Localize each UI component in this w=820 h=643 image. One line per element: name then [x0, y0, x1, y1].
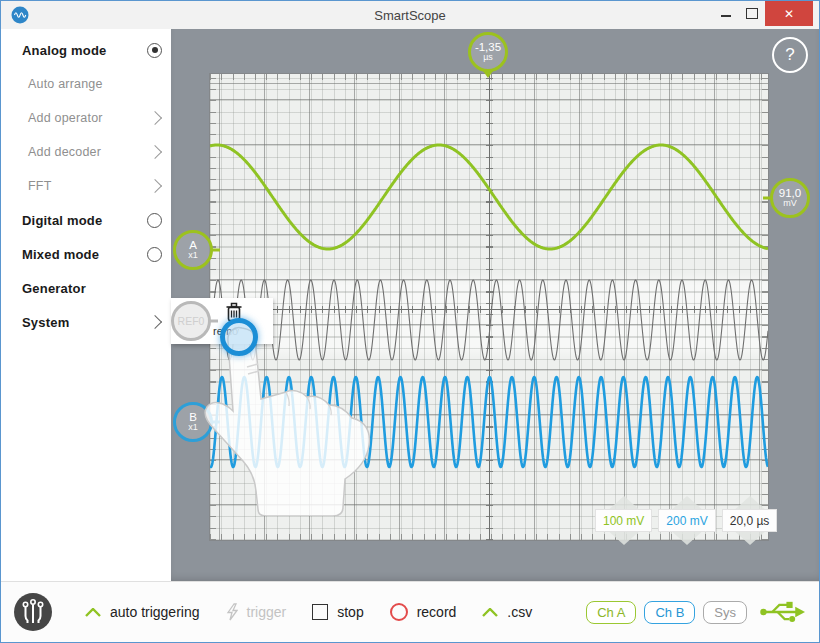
sidebar-item-system[interactable]: System	[1, 305, 171, 339]
window-title: SmartScope	[1, 8, 819, 23]
time-scale-value[interactable]: 20,0 µs	[722, 509, 778, 532]
stop-label: stop	[337, 604, 363, 620]
sidebar-item-label: Analog mode	[22, 43, 107, 58]
sidebar-item-analog-mode[interactable]: Analog mode	[1, 33, 171, 67]
sidebar-item-label: Mixed mode	[22, 247, 99, 262]
channel-b-scale-value[interactable]: 200 mV	[658, 509, 715, 532]
channel-a-scale-value[interactable]: 100 mV	[595, 509, 652, 532]
sidebar-item-label: Digital mode	[22, 213, 102, 228]
trigger-button[interactable]: trigger	[226, 603, 287, 621]
touch-indicator	[220, 318, 258, 356]
caret-up-icon	[482, 608, 498, 617]
chevron-right-icon	[148, 145, 162, 159]
sidebar-item-label: FFT	[28, 179, 52, 193]
sidebar-item-fft[interactable]: FFT	[1, 169, 171, 203]
trigger-time-unit: µs	[483, 53, 493, 62]
radio-unselected-icon[interactable]	[147, 247, 162, 262]
channel-b-button[interactable]: Ch B	[644, 601, 695, 624]
scope-grid[interactable]	[209, 73, 769, 541]
channel-b-indicator[interactable]: B x1	[173, 402, 213, 442]
sidebar-item-label: Generator	[22, 281, 86, 296]
caret-up-icon	[85, 608, 101, 617]
channel-a-button[interactable]: Ch A	[586, 601, 636, 624]
waveform-channel-a	[210, 145, 768, 249]
channel-b-gain: x1	[188, 423, 198, 432]
mode-menu: Analog mode Auto arrange Add operator Ad…	[1, 29, 171, 339]
sidebar-item-label: System	[22, 315, 69, 330]
auto-triggering-button[interactable]: auto triggering	[85, 604, 200, 620]
chevron-right-icon	[148, 111, 162, 125]
scale-badges: 100 mV 200 mV 20,0 µs	[595, 496, 777, 545]
waveform-channel-b	[210, 377, 768, 467]
lightning-icon	[226, 603, 238, 621]
channel-a-gain: x1	[188, 251, 198, 260]
window-controls: ✕	[713, 1, 813, 26]
maximize-button[interactable]	[739, 1, 765, 25]
record-button[interactable]: record	[390, 603, 457, 621]
scope-display-area: -1,35 µs 91,0 mV A x1 B x1 ?	[171, 29, 819, 582]
csv-label: .csv	[507, 604, 532, 620]
smartscope-window: SmartScope ✕ Analog mode Auto arrange Ad…	[0, 0, 820, 643]
sidebar-item-generator[interactable]: Generator	[1, 271, 171, 305]
time-scale-control[interactable]: 20,0 µs	[722, 496, 778, 545]
chevron-right-icon	[148, 179, 162, 193]
title-bar: SmartScope ✕	[1, 1, 819, 29]
sys-button[interactable]: Sys	[703, 601, 747, 624]
radio-unselected-icon[interactable]	[147, 213, 162, 228]
record-label: record	[417, 604, 457, 620]
usb-connected-icon	[759, 598, 805, 626]
sidebar-item-digital-mode[interactable]: Digital mode	[1, 203, 171, 237]
sidebar-item-add-decoder[interactable]: Add decoder	[1, 135, 171, 169]
help-button[interactable]: ?	[772, 37, 808, 73]
trigger-level-marker[interactable]: 91,0 mV	[770, 178, 810, 218]
sidebar-item-label: Auto arrange	[28, 77, 103, 91]
trigger-label: trigger	[247, 604, 287, 620]
sidebar-item-mixed-mode[interactable]: Mixed mode	[1, 237, 171, 271]
sidebar-item-auto-arrange[interactable]: Auto arrange	[1, 67, 171, 101]
channel-b-scale-control[interactable]: 200 mV	[658, 496, 715, 545]
sidebar-item-label: Add decoder	[28, 145, 101, 159]
channel-a-indicator[interactable]: A x1	[173, 230, 213, 270]
chevron-right-icon	[148, 315, 162, 329]
sidebar: Analog mode Auto arrange Add operator Ad…	[1, 29, 171, 582]
csv-export-button[interactable]: .csv	[482, 604, 532, 620]
reference-label: REF0	[178, 316, 205, 327]
waveform-reference	[210, 280, 768, 360]
stop-button[interactable]: stop	[312, 604, 363, 620]
auto-triggering-label: auto triggering	[110, 604, 200, 620]
channel-a-scale-control[interactable]: 100 mV	[595, 496, 652, 545]
stop-icon	[312, 604, 328, 620]
minimize-button[interactable]	[713, 1, 739, 25]
bottom-toolbar: auto triggering trigger stop record .csv…	[1, 581, 819, 642]
sidebar-item-label: Add operator	[28, 111, 103, 125]
waveform-canvas	[210, 74, 768, 540]
sidebar-item-add-operator[interactable]: Add operator	[1, 101, 171, 135]
trigger-level-unit: mV	[783, 199, 797, 208]
reference-wave-indicator[interactable]: REF0	[171, 301, 211, 341]
close-button[interactable]: ✕	[765, 1, 813, 26]
trigger-time-marker[interactable]: -1,35 µs	[468, 32, 508, 72]
labnation-logo-icon	[13, 592, 53, 632]
record-icon	[390, 603, 408, 621]
radio-selected-icon[interactable]	[147, 43, 162, 58]
